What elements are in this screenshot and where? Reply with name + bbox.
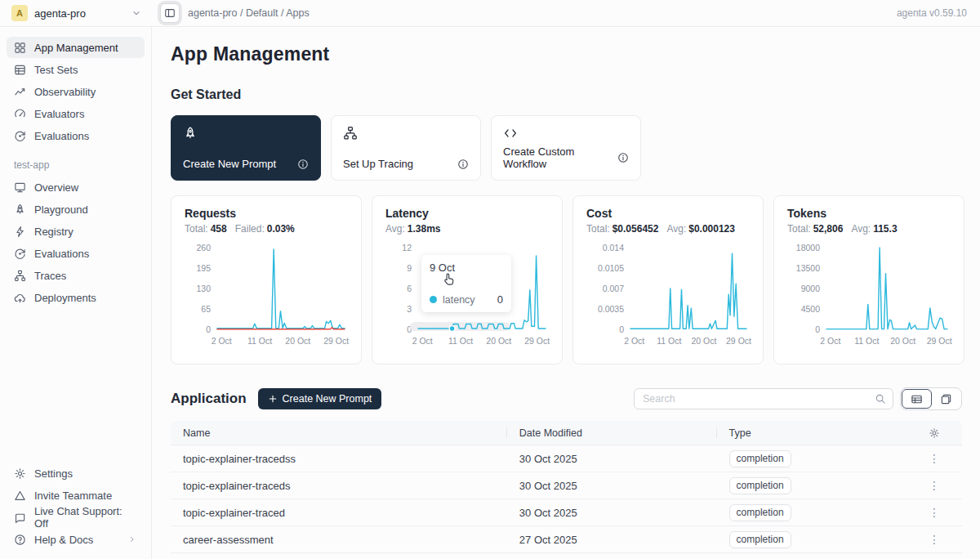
sidebar-item-settings[interactable]: Settings <box>7 463 145 484</box>
type-cell: completion <box>717 531 907 548</box>
bolt-icon <box>14 226 26 238</box>
svg-text:0: 0 <box>619 324 624 334</box>
org-switcher[interactable]: A agenta-pro <box>0 0 152 26</box>
sidebar-item-invite-teammate[interactable]: Invite Teammate <box>7 485 145 506</box>
main-content: App Management Get Started Create New Pr… <box>153 27 980 559</box>
sidebar-item-help-docs[interactable]: Help & Docs <box>7 529 145 550</box>
sidebar-app-section-label: test-app <box>14 159 145 171</box>
row-menu-icon[interactable]: ⋮ <box>929 507 940 518</box>
svg-text:20 Oct: 20 Oct <box>890 336 915 346</box>
sidebar-item-label: App Management <box>34 42 118 54</box>
info-icon[interactable] <box>457 159 469 170</box>
sidebar-bottom-group: SettingsInvite TeammateLive Chat Support… <box>7 463 145 551</box>
chart-plot[interactable]: 0651301952602 Oct11 Oct20 Oct29 Oct <box>185 239 348 359</box>
svg-text:11 Oct: 11 Oct <box>448 336 473 346</box>
sidebar-item-evaluations[interactable]: Evaluations <box>7 125 145 146</box>
svg-text:4500: 4500 <box>801 304 821 314</box>
table-view-button[interactable] <box>902 389 932 409</box>
sidebar-item-label: Live Chat Support: Off <box>34 505 137 530</box>
svg-text:29 Oct: 29 Oct <box>927 336 952 346</box>
sidebar-item-label: Help & Docs <box>34 534 93 546</box>
version-label: agenta v0.59.10 <box>897 7 980 19</box>
get-started-card-create-custom-workflow[interactable]: Create Custom Workflow <box>491 115 641 181</box>
list-icon <box>14 64 26 76</box>
table-row[interactable]: career-assessment27 Oct 2025completion⋮ <box>171 526 962 553</box>
chart-card-requests: RequestsTotal:458Failed:0.03%06513019526… <box>171 195 362 364</box>
sidebar-item-observability[interactable]: Observability <box>7 81 145 102</box>
sidebar-toggle-button[interactable] <box>160 3 180 23</box>
chart-stat: Avg:115.3 <box>851 223 897 235</box>
sidebar-item-evaluations[interactable]: Evaluations <box>7 243 145 264</box>
svg-text:20 Oct: 20 Oct <box>486 336 511 346</box>
svg-text:18000: 18000 <box>796 243 820 253</box>
search-input[interactable] <box>643 393 875 405</box>
chart-title: Tokens <box>787 207 951 220</box>
chart-stat: Total:52,806 <box>787 223 843 235</box>
rocket-icon <box>14 203 26 216</box>
get-started-card-set-up-tracing[interactable]: Set Up Tracing <box>331 115 481 181</box>
row-menu-icon[interactable]: ⋮ <box>929 453 940 464</box>
sidebar-item-live-chat-support-off[interactable]: Live Chat Support: Off <box>7 507 145 528</box>
app-name-cell: topic-explainer-traced <box>171 507 507 519</box>
plus-icon <box>268 394 278 404</box>
sidebar-item-test-sets[interactable]: Test Sets <box>7 59 145 80</box>
sidebar-item-label: Invite Teammate <box>34 490 112 502</box>
chevron-right-icon <box>127 534 137 544</box>
chart-plot[interactable]: 00.00350.0070.01050.0142 Oct11 Oct20 Oct… <box>586 239 750 359</box>
svg-text:130: 130 <box>196 284 211 293</box>
svg-text:2 Oct: 2 Oct <box>820 336 840 346</box>
sidebar-item-playground[interactable]: Playground <box>7 199 145 220</box>
tooltip-value: 0 <box>497 293 503 306</box>
type-badge: completion <box>729 504 791 521</box>
type-cell: completion <box>717 450 907 467</box>
card-view-button[interactable] <box>932 389 960 409</box>
search-icon[interactable] <box>875 393 886 405</box>
view-toggle <box>900 387 962 410</box>
sidebar-item-label: Playground <box>34 203 88 216</box>
get-started-card-label: Create Custom Workflow <box>503 145 617 170</box>
org-name: agenta-pro <box>34 7 86 20</box>
sidebar-item-registry[interactable]: Registry <box>7 221 145 242</box>
date-modified-cell: 30 Oct 2025 <box>507 453 717 465</box>
table-row[interactable]: topic-explainer-tracedss30 Oct 2025compl… <box>171 445 962 472</box>
info-icon[interactable] <box>297 159 309 170</box>
tooltip-series-label: latency <box>443 294 475 306</box>
gear-icon <box>14 467 26 480</box>
create-new-prompt-button[interactable]: Create New Prompt <box>258 388 382 409</box>
tree-icon <box>14 270 26 282</box>
refresh-icon <box>14 130 26 142</box>
table-row[interactable]: topic-explainer-traced30 Oct 2025complet… <box>171 499 962 526</box>
sidebar-item-label: Overview <box>34 181 78 194</box>
column-header-name[interactable]: Name <box>171 421 507 445</box>
column-header-type[interactable]: Type <box>717 421 907 445</box>
sidebar-item-label: Deployments <box>34 292 96 304</box>
column-header-date-modified[interactable]: Date Modified <box>507 421 717 445</box>
sidebar-item-label: Settings <box>34 467 73 480</box>
app-name-cell: career-assessment <box>171 534 507 546</box>
svg-text:20 Oct: 20 Oct <box>691 336 716 346</box>
chart-title: Cost <box>586 207 750 220</box>
chart-stat: Failed:0.03% <box>235 223 295 235</box>
sidebar-item-evaluators[interactable]: Evaluators <box>7 103 145 124</box>
chevron-down-icon <box>131 7 142 19</box>
row-menu-icon[interactable]: ⋮ <box>929 534 940 545</box>
svg-text:9000: 9000 <box>801 284 821 293</box>
search-box <box>634 388 893 409</box>
svg-text:2 Oct: 2 Oct <box>412 336 433 346</box>
svg-text:260: 260 <box>196 243 211 253</box>
sidebar-item-traces[interactable]: Traces <box>7 265 145 286</box>
table-row[interactable]: topic-explainer-traceds30 Oct 2025comple… <box>171 472 962 499</box>
breadcrumb: agenta-pro / Default / Apps <box>188 7 310 19</box>
table-settings-icon[interactable] <box>929 427 940 439</box>
info-icon[interactable] <box>617 152 629 163</box>
series-dot-icon <box>430 296 437 303</box>
row-menu-icon[interactable]: ⋮ <box>929 480 940 491</box>
chart-plot[interactable]: 04500900013500180002 Oct11 Oct20 Oct29 O… <box>787 239 951 359</box>
sidebar-item-overview[interactable]: Overview <box>7 177 145 198</box>
sidebar-item-deployments[interactable]: Deployments <box>7 287 145 308</box>
cloud-icon <box>14 292 26 304</box>
svg-text:2 Oct: 2 Oct <box>212 336 232 346</box>
sidebar-item-app-management[interactable]: App Management <box>7 37 145 58</box>
svg-text:0: 0 <box>206 324 211 334</box>
get-started-card-create-new-prompt[interactable]: Create New Prompt <box>171 115 321 181</box>
